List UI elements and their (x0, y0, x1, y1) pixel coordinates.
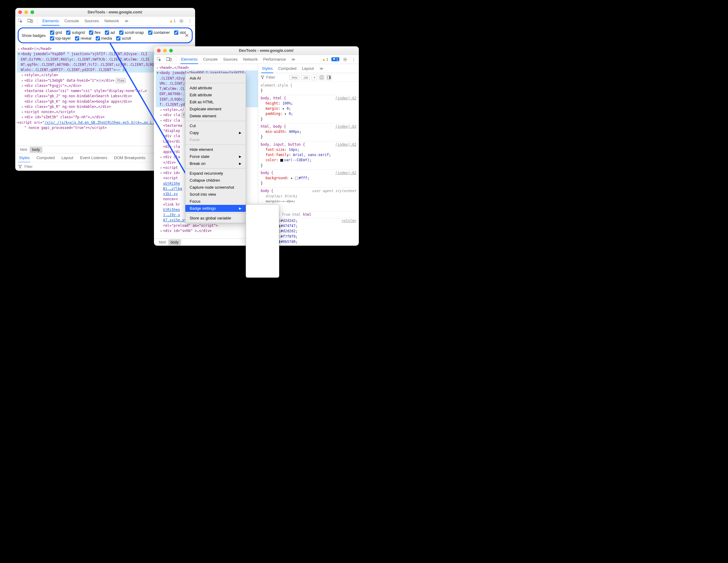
ctx-focus[interactable]: Focus (185, 198, 246, 205)
tab-sources[interactable]: Sources (84, 17, 100, 25)
element-style-rule[interactable]: element.style { (261, 83, 292, 87)
device-icon[interactable] (27, 18, 33, 24)
dom-div-l3eugb[interactable]: <div class="L3eUgb" data-hveid="1"> (24, 78, 98, 83)
ctx-edit-attribute[interactable]: Edit attribute (185, 91, 246, 98)
sub-ad[interactable]: ✓ad (246, 225, 279, 231)
src-link[interactable]: (index):62 (335, 124, 356, 129)
ctx-edit-as-html[interactable]: Edit as HTML (185, 98, 246, 105)
more-tabs-icon[interactable]: ≫ (291, 57, 296, 62)
cb-scroll-snap[interactable]: scroll-snap (119, 30, 144, 35)
crumb-body[interactable]: body (30, 147, 42, 153)
src-link[interactable]: (index):62 (335, 142, 356, 147)
dom-textarea[interactable]: <textarea class="csi" name="csi" style="… (24, 88, 147, 94)
tab-performance[interactable]: Performance (262, 55, 286, 63)
subtab-styles[interactable]: Styles (18, 154, 30, 162)
sub-scroll[interactable]: ✓scroll (246, 270, 279, 276)
filter-input[interactable] (266, 75, 287, 80)
subtab-event-listeners[interactable]: Event Listeners (79, 154, 108, 162)
crumb-html[interactable]: html (156, 239, 168, 245)
cb-slot[interactable]: slot (174, 30, 186, 35)
toggle-pane-icon[interactable] (326, 75, 332, 80)
subtab-styles[interactable]: Styles (261, 64, 273, 73)
ctx-expand[interactable]: Expand recursively (185, 170, 246, 177)
dom-head[interactable]: <head>…</head> (159, 65, 189, 70)
dom-div-gbk[interactable]: <div class="gb_K" ng-non-bindable>Google… (24, 99, 132, 104)
context-menu[interactable]: Ask AI Add attribute Edit attribute Edit… (185, 73, 246, 223)
computed-sidebar-icon[interactable] (319, 75, 324, 80)
sub-slot[interactable]: ✓slot (246, 244, 279, 251)
cls-toggle[interactable]: .cls (301, 75, 310, 80)
sub-container[interactable]: ✓container (246, 238, 279, 244)
flex-badge[interactable]: flex (116, 78, 126, 83)
subtab-computed[interactable]: Computed (277, 64, 297, 73)
src-link[interactable]: <style> (342, 218, 356, 223)
cb-grid[interactable]: grid (50, 30, 62, 35)
close-icon[interactable]: ✕ (185, 33, 189, 38)
ctx-force-state[interactable]: Force state▶ (185, 153, 246, 160)
subtab-layout[interactable]: Layout (301, 64, 314, 73)
crumb-body[interactable]: body (168, 239, 181, 245)
zoom-icon[interactable] (169, 49, 173, 52)
sub-media[interactable]: ✓media (246, 263, 279, 270)
sub-scroll-snap[interactable]: ✓scroll-snap (246, 231, 279, 238)
warnings-badge[interactable]: ▲1 (322, 57, 328, 62)
sub-grid[interactable]: ✓grid (246, 206, 279, 212)
ctx-capture[interactable]: Capture node screenshot (185, 184, 246, 191)
cb-top-layer[interactable]: top-layer (50, 36, 71, 41)
tab-network[interactable]: Network (243, 55, 259, 63)
cb-scroll[interactable]: scroll (116, 36, 131, 41)
ctx-badge-settings[interactable]: Badge settings▶ ✓grid ✓subgrid ✓flex ✓ad… (185, 205, 246, 212)
sub-subgrid[interactable]: ✓subgrid (246, 212, 279, 219)
kebab-icon[interactable]: ⋮ (187, 18, 193, 24)
sub-top-layer[interactable]: ✓top-layer (246, 251, 279, 257)
more-tabs-icon[interactable]: ≫ (319, 66, 324, 71)
cb-flex[interactable]: flex (89, 30, 101, 35)
cb-reveal[interactable]: reveal (75, 36, 91, 41)
inspect-icon[interactable] (18, 18, 23, 24)
close-icon[interactable] (157, 49, 161, 52)
sub-flex[interactable]: ✓flex (246, 219, 279, 225)
src-link[interactable]: (index):62 (335, 96, 356, 101)
cb-ad[interactable]: ad (105, 30, 115, 35)
tab-elements[interactable]: Elements (180, 55, 198, 64)
badge-submenu[interactable]: ✓grid ✓subgrid ✓flex ✓ad ✓scroll-snap ✓c… (246, 204, 279, 278)
ctx-add-attribute[interactable]: Add attribute (185, 84, 246, 91)
src-link[interactable]: (index):62 (335, 170, 356, 176)
ctx-break-on[interactable]: Break on▶ (185, 160, 246, 167)
subtab-computed[interactable]: Computed (36, 154, 55, 162)
dom-div-gbj[interactable]: <div class="gb_J" ng-non-bindable>Search… (24, 94, 132, 99)
minimize-icon[interactable] (163, 49, 167, 52)
ctx-delete[interactable]: Delete element (185, 112, 246, 119)
crumb-html[interactable]: html (18, 147, 30, 153)
minimize-icon[interactable] (24, 10, 28, 14)
ctx-store-global[interactable]: Store as global variable (185, 215, 246, 222)
cb-subgrid[interactable]: subgrid (66, 30, 85, 35)
device-icon[interactable] (166, 57, 172, 62)
tab-elements[interactable]: Elements (42, 17, 59, 26)
tab-network[interactable]: Network (104, 17, 120, 25)
ctx-cut[interactable]: Cut (185, 122, 246, 129)
gear-icon[interactable] (342, 57, 348, 62)
dom-div-gbr[interactable]: <div class="gb_R" ng-non-bindable>…</div… (24, 104, 111, 109)
dom-script-nonce[interactable]: <script nonce>…</script> (24, 109, 75, 115)
dom-div[interactable]: <div cla (163, 112, 180, 118)
close-icon[interactable] (18, 10, 22, 14)
zoom-icon[interactable] (30, 10, 34, 14)
gear-icon[interactable] (179, 18, 184, 24)
dom-div-fgvgjc[interactable]: <div class="Fgvgjc">…</div> (24, 83, 81, 88)
ctx-hide[interactable]: Hide element (185, 146, 246, 153)
tab-console[interactable]: Console (64, 17, 80, 25)
dom-style[interactable]: <style>…</ (163, 107, 184, 112)
ellipsis-icon[interactable]: ⋯ (34, 47, 37, 51)
tab-sources[interactable]: Sources (223, 55, 238, 63)
ellipsis-icon[interactable]: ⋯ (98, 79, 102, 82)
subtab-layout[interactable]: Layout (61, 154, 74, 162)
ctx-ask-ai[interactable]: Ask AI (185, 75, 246, 82)
warnings-badge[interactable]: ▲1 (169, 19, 176, 23)
new-style-rule-icon[interactable]: + (312, 75, 317, 80)
cb-media[interactable]: media (96, 36, 112, 41)
inspect-icon[interactable] (156, 57, 162, 62)
dom-head[interactable]: <head> (21, 46, 34, 52)
ctx-scroll-into-view[interactable]: Scroll into view (185, 191, 246, 198)
ctx-duplicate[interactable]: Duplicate element (185, 105, 246, 112)
